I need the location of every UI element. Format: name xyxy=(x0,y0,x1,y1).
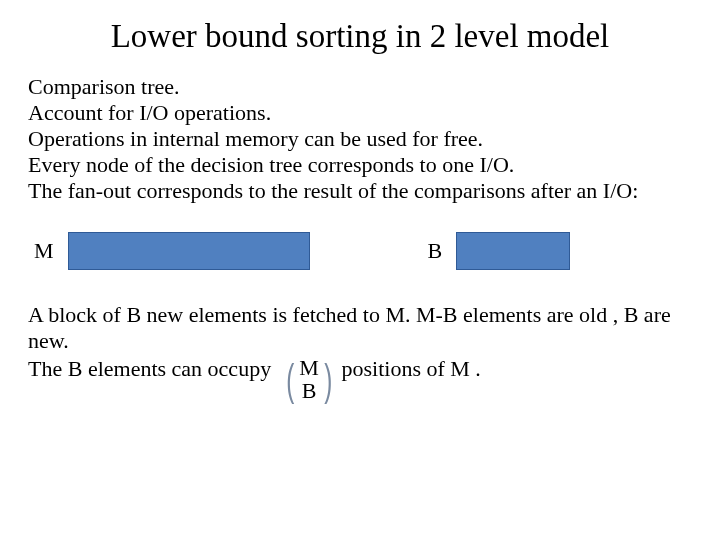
slide: Lower bound sorting in 2 level model Com… xyxy=(0,0,720,402)
bar-b xyxy=(456,232,570,270)
paren-left-icon: ( xyxy=(286,358,294,404)
footer-line-1: A block of B new elements is fetched to … xyxy=(28,302,692,354)
footer-lead: The B elements can occupy xyxy=(28,356,277,382)
line-1: Comparison tree. xyxy=(28,74,180,99)
footer-line-2: The B elements can occupy ( M B ) positi… xyxy=(28,356,692,402)
binom-bottom: B xyxy=(302,379,317,402)
footer-tail: positions of M . xyxy=(342,356,481,382)
line-4: Every node of the decision tree correspo… xyxy=(28,152,514,177)
label-m: M xyxy=(34,238,54,264)
memory-diagram: M B xyxy=(28,232,692,270)
body-paragraph: Comparison tree. Account for I/O operati… xyxy=(28,74,692,204)
binomial: ( M B ) xyxy=(283,356,336,402)
paren-right-icon: ) xyxy=(324,358,332,404)
footer-paragraph: A block of B new elements is fetched to … xyxy=(28,302,692,402)
line-5: The fan-out corresponds to the result of… xyxy=(28,178,638,203)
slide-title: Lower bound sorting in 2 level model xyxy=(28,18,692,56)
bar-m xyxy=(68,232,310,270)
line-3: Operations in internal memory can be use… xyxy=(28,126,483,151)
label-b: B xyxy=(428,238,443,264)
line-2: Account for I/O operations. xyxy=(28,100,271,125)
binomial-stack: M B xyxy=(297,356,321,402)
binom-top: M xyxy=(299,356,319,379)
